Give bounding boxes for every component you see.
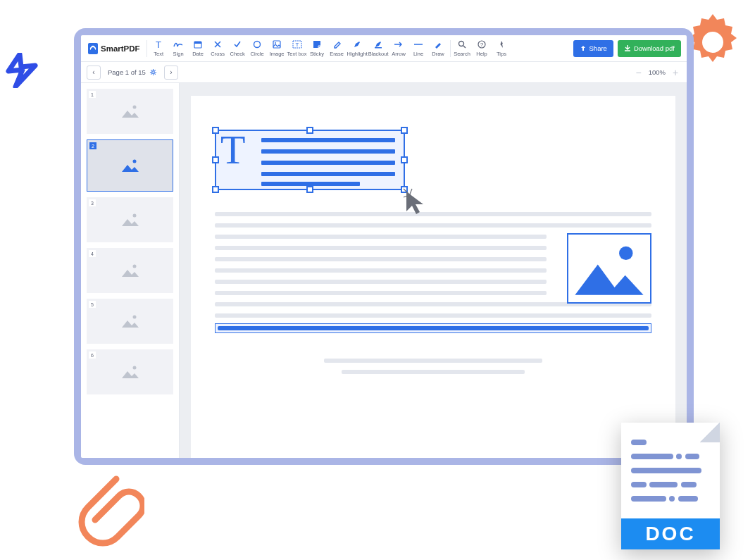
top-toolbar: SmartPDF TText Sign Date Cross Check Cir… [81, 35, 687, 62]
bolt-decoration [6, 53, 39, 88]
tool-textbox[interactable]: TText box [287, 37, 307, 61]
tool-highlight[interactable]: Highlight [347, 37, 368, 61]
svg-text:T: T [156, 40, 161, 49]
next-page-button[interactable]: › [164, 66, 178, 80]
svg-point-3 [254, 42, 261, 48]
highlighted-line[interactable] [215, 323, 651, 333]
tool-check[interactable]: Check [228, 37, 247, 61]
tool-cross[interactable]: Cross [208, 37, 227, 61]
thumbnail-1[interactable]: 1 [87, 89, 173, 134]
tool-erase[interactable]: Erase [327, 37, 347, 61]
svg-point-5 [275, 42, 276, 44]
svg-point-18 [132, 366, 136, 370]
tool-blackout[interactable]: Blackout [368, 37, 389, 61]
document-page[interactable]: T [191, 96, 675, 458]
brand-icon [88, 43, 98, 54]
svg-point-13 [132, 106, 136, 109]
zoom-in-button[interactable]: + [670, 67, 681, 78]
tool-help[interactable]: ?Help [473, 37, 492, 61]
prev-page-button[interactable]: ‹ [87, 66, 101, 80]
svg-point-14 [132, 160, 136, 163]
paperclip-decoration [67, 465, 144, 549]
tool-line[interactable]: Line [409, 37, 428, 61]
app-frame: SmartPDF TText Sign Date Cross Check Cir… [74, 28, 694, 465]
brand-name: SmartPDF [101, 44, 140, 53]
resize-handle-w[interactable] [212, 156, 219, 163]
thumbnail-6[interactable]: 6 [87, 349, 173, 394]
tool-search[interactable]: Search [453, 37, 472, 61]
share-button[interactable]: Share [573, 40, 613, 57]
svg-text:T: T [295, 42, 299, 48]
svg-point-12 [152, 71, 155, 74]
thumbnail-4[interactable]: 4 [87, 248, 173, 293]
tool-draw[interactable]: Draw [429, 37, 448, 61]
zoom-value: 100% [649, 68, 666, 76]
svg-rect-2 [194, 42, 201, 44]
thumbnail-3[interactable]: 3 [87, 197, 173, 242]
page-indicator: Page 1 of 15 [108, 68, 146, 76]
resize-handle-e[interactable] [401, 156, 408, 163]
thumbnail-2[interactable]: 2 [87, 139, 173, 192]
download-icon [624, 45, 631, 52]
download-button[interactable]: Download pdf [618, 40, 681, 57]
svg-text:?: ? [480, 42, 484, 48]
resize-handle-s[interactable] [306, 186, 313, 193]
doc-badge-label: DOC [621, 518, 720, 549]
zoom-out-button[interactable]: − [633, 67, 644, 78]
svg-rect-8 [375, 47, 382, 49]
svg-point-16 [132, 265, 136, 268]
resize-handle-ne[interactable] [401, 127, 408, 134]
tool-image[interactable]: Image [268, 37, 287, 61]
svg-point-19 [619, 247, 632, 260]
share-icon [580, 45, 587, 52]
svg-point-9 [459, 42, 464, 46]
tool-sign[interactable]: Sign [169, 37, 188, 61]
tool-circle[interactable]: Circle [248, 37, 267, 61]
resize-handle-sw[interactable] [212, 186, 219, 193]
resize-handle-n[interactable] [306, 127, 313, 134]
tool-arrow[interactable]: Arrow [389, 37, 408, 61]
svg-rect-4 [273, 41, 280, 48]
sub-toolbar: ‹ Page 1 of 15 › − 100% + [81, 62, 687, 83]
resize-handle-nw[interactable] [212, 127, 219, 134]
thumbnail-sidebar: 1 2 3 4 5 6 [81, 83, 180, 458]
selected-text-element[interactable]: T [215, 130, 405, 190]
text-element-icon: T [220, 130, 245, 170]
tool-text[interactable]: TText [149, 37, 168, 61]
svg-point-17 [132, 316, 136, 319]
tool-sticky[interactable]: Sticky [308, 37, 327, 61]
tool-tips[interactable]: Tips [492, 37, 511, 61]
canvas-area[interactable]: T [180, 83, 687, 458]
svg-point-15 [132, 214, 136, 218]
doc-file-badge: DOC [621, 423, 720, 549]
image-element[interactable] [567, 233, 651, 304]
cursor-icon [402, 187, 430, 216]
tool-date[interactable]: Date [189, 37, 208, 61]
brand-logo[interactable]: SmartPDF [87, 43, 144, 54]
thumbnail-5[interactable]: 5 [87, 299, 173, 344]
page-settings-icon[interactable] [149, 68, 157, 76]
